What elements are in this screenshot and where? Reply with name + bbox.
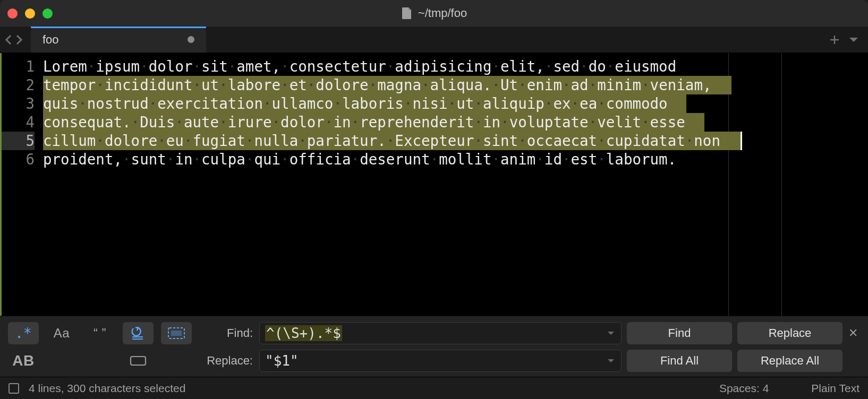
window-controls [7, 8, 53, 19]
find-all-button[interactable]: Find All [627, 350, 732, 372]
replace-row: AB Replace: "$1" Find All Replace All [4, 347, 864, 375]
window-title: ~/tmp/foo [0, 6, 868, 20]
find-input[interactable]: ^(\S+).*$ [259, 322, 622, 344]
svg-rect-2 [131, 357, 146, 365]
minimize-window-button[interactable] [25, 8, 35, 19]
find-label: Find: [195, 326, 259, 340]
file-icon [401, 7, 413, 20]
line-number: 6 [2, 150, 35, 169]
dirty-indicator-icon [188, 36, 194, 43]
code-line: quis·nostrud·exercitation·ullamco·labori… [43, 94, 668, 113]
highlight-icon [130, 355, 147, 367]
wrap-icon [130, 326, 146, 340]
code-line: Lorem·ipsum·dolor·sit·amet,·consectetur·… [43, 57, 676, 76]
tab-label: foo [42, 33, 59, 47]
syntax-status[interactable]: Plain Text [811, 382, 860, 395]
close-window-button[interactable] [7, 8, 18, 19]
statusbar: 4 lines, 300 characters selected Spaces:… [0, 377, 868, 399]
find-replace-panel: .* Aa “ ” Find: ^(\S+).*$ Find Replace ✕… [0, 316, 868, 377]
code-line: proident,·sunt·in·culpa·qui·officia·dese… [43, 150, 676, 169]
replace-input-value: "$1" [265, 353, 299, 369]
text-cursor [741, 132, 742, 150]
tabbar: foo [0, 27, 868, 53]
tabbar-actions [829, 27, 868, 53]
titlebar: ~/tmp/foo [0, 0, 868, 27]
in-selection-icon [167, 326, 185, 340]
selection-status: 4 lines, 300 characters selected [29, 382, 185, 395]
nav-forward-icon[interactable] [14, 33, 23, 46]
replace-all-button[interactable]: Replace All [737, 350, 843, 372]
line-number: 5 [2, 132, 35, 150]
nav-back-icon[interactable] [4, 33, 14, 46]
find-history-dropdown-icon[interactable] [606, 328, 616, 338]
line-number-gutter: 123456 [2, 53, 43, 316]
find-row: .* Aa “ ” Find: ^(\S+).*$ Find Replace ✕ [4, 319, 864, 347]
close-find-panel-icon[interactable]: ✕ [843, 326, 864, 340]
tab-history-nav [0, 27, 28, 53]
maximize-window-button[interactable] [42, 8, 53, 19]
line-number: 3 [2, 94, 35, 113]
editor[interactable]: 123456 Lorem·ipsum·dolor·sit·amet,·conse… [0, 53, 868, 316]
new-tab-icon[interactable] [829, 34, 840, 46]
replace-label: Replace: [195, 354, 259, 368]
panel-switcher-icon[interactable] [8, 383, 19, 394]
in-selection-toggle[interactable] [161, 322, 192, 344]
case-sensitive-toggle[interactable]: Aa [46, 322, 77, 344]
code-line: cillum·dolore·eu·fugiat·nulla·pariatur.·… [43, 132, 720, 150]
replace-button[interactable]: Replace [737, 322, 843, 344]
line-number: 1 [2, 57, 35, 76]
line-number: 2 [2, 76, 35, 94]
replace-history-dropdown-icon[interactable] [606, 356, 616, 366]
regex-toggle[interactable]: .* [8, 322, 39, 344]
line-number: 4 [2, 113, 35, 132]
code-line: tempor·incididunt·ut·labore·et·dolore·ma… [43, 76, 712, 94]
find-input-value: ^(\S+).*$ [265, 325, 342, 341]
code-line: consequat.·Duis·aute·irure·dolor·in·repr… [43, 113, 685, 132]
replace-input[interactable]: "$1" [259, 350, 622, 372]
indent-status[interactable]: Spaces: 4 [719, 382, 769, 395]
tabs-menu-icon[interactable] [848, 34, 860, 46]
find-button[interactable]: Find [627, 322, 732, 344]
tab-foo[interactable]: foo [31, 27, 206, 53]
highlight-matches-toggle[interactable] [123, 350, 154, 372]
ruler-line [781, 53, 782, 316]
wrap-toggle[interactable] [123, 322, 154, 344]
window-title-text: ~/tmp/foo [418, 6, 467, 20]
code-area[interactable]: Lorem·ipsum·dolor·sit·amet,·consectetur·… [43, 53, 868, 316]
preserve-case-toggle[interactable]: AB [8, 350, 39, 372]
svg-rect-1 [171, 331, 182, 336]
whole-word-toggle[interactable]: “ ” [84, 322, 115, 344]
